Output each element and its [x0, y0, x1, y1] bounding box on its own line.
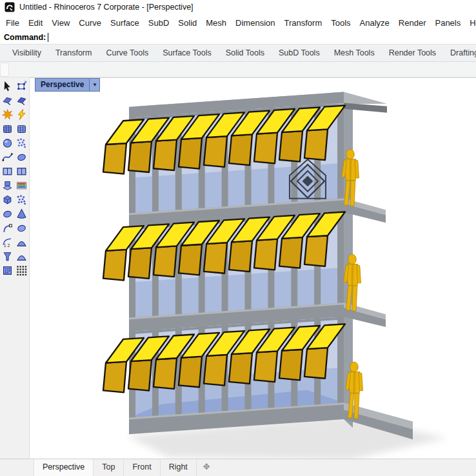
tool-cone-icon[interactable] [15, 208, 28, 220]
tool-heightfield-icon[interactable] [15, 250, 28, 263]
window-title: Untitled - Rhinoceros 7 Corporate - [Per… [19, 3, 193, 12]
tool-smash-icon[interactable] [15, 108, 28, 121]
title-bar: Untitled - Rhinoceros 7 Corporate - [Per… [0, 0, 476, 14]
menu-edit[interactable]: Edit [24, 16, 47, 30]
viewport-tab-perspective[interactable]: Perspective [34, 459, 94, 476]
menu-render[interactable]: Render [394, 16, 431, 30]
tool-lattice-icon[interactable] [15, 264, 28, 277]
tool-boolean-union-icon[interactable] [15, 193, 28, 206]
menu-dimension[interactable]: Dimension [231, 16, 279, 30]
toolbar-grip [0, 63, 9, 77]
viewport-title: Perspective [35, 79, 89, 91]
viewport-title-tab[interactable]: Perspective ▼ [35, 78, 100, 92]
tool-gumball-edit-icon[interactable] [15, 94, 28, 106]
tool-curve-boolean-icon[interactable] [1, 151, 14, 163]
tool-arc-2pt-icon[interactable]: 1 2 [1, 236, 14, 248]
3d-perspective-viewport[interactable] [30, 78, 476, 459]
tool-move-edit-icon[interactable] [1, 94, 14, 106]
menu-transform[interactable]: Transform [279, 16, 326, 30]
svg-text:1 2: 1 2 [3, 243, 10, 248]
menu-help[interactable]: Help [465, 16, 476, 30]
tool-patch-icon[interactable] [15, 151, 28, 163]
menu-solid[interactable]: Solid [174, 16, 201, 30]
viewport: Perspective ▼ [30, 77, 476, 459]
tool-rebuild-mesh-icon[interactable] [1, 123, 14, 135]
tool-material-editor-icon[interactable] [15, 179, 28, 192]
menu-curve[interactable]: Curve [74, 16, 106, 30]
main-toolbar-sidebar: 1 2 [0, 77, 30, 459]
menu-panels[interactable]: Panels [430, 16, 465, 30]
toolbar-tab-solid-tools[interactable]: Solid Tools [219, 46, 272, 60]
tool-loft-icon[interactable] [1, 208, 14, 220]
tool-surface-plane-icon[interactable] [1, 165, 14, 177]
tool-extrude-curve-icon[interactable] [1, 179, 14, 192]
menu-view[interactable]: View [47, 16, 74, 30]
toolbar-tab-transform[interactable]: Transform [48, 46, 99, 60]
tool-ellipsoid-icon[interactable] [15, 222, 28, 234]
menu-analyze[interactable]: Analyze [355, 16, 394, 30]
viewport-tab-front[interactable]: Front [124, 459, 160, 476]
toolbar-strip [0, 62, 476, 77]
toolbar-tab-surface-tools[interactable]: Surface Tools [155, 46, 219, 60]
toolbar-tab-row: VisibilityTransformCurve ToolsSurface To… [0, 45, 476, 62]
viewport-tabs-bar: PerspectiveTopFrontRight✥ [0, 459, 476, 476]
tool-explode-icon[interactable] [1, 108, 14, 121]
tool-solid-box-icon[interactable] [1, 193, 14, 206]
tool-texture-map-icon[interactable] [1, 264, 14, 277]
menu-mesh[interactable]: Mesh [201, 16, 231, 30]
toolbar-tab-render-tools[interactable]: Render Tools [382, 46, 443, 60]
tool-arc-icon[interactable] [15, 236, 28, 248]
viewport-tab-top[interactable]: Top [94, 459, 124, 476]
menu-tools[interactable]: Tools [326, 16, 355, 30]
command-input[interactable] [48, 31, 476, 44]
menu-subd[interactable]: SubD [144, 16, 174, 30]
rhino-app-icon [5, 2, 15, 12]
tool-control-points-on-icon[interactable] [15, 80, 28, 92]
menu-surface[interactable]: Surface [106, 16, 144, 30]
main-area: 1 2 Perspective ▼ [0, 77, 476, 459]
tool-select-arrow-icon[interactable] [1, 80, 14, 92]
toolbar-tab-subd-tools[interactable]: SubD Tools [272, 46, 327, 60]
toolbar-tab-visibility[interactable]: Visibility [5, 46, 48, 60]
toolbar-tab-mesh-tools[interactable]: Mesh Tools [327, 46, 382, 60]
tool-point-cloud-icon[interactable] [15, 137, 28, 149]
pan-viewport-tabs-icon[interactable]: ✥ [197, 459, 217, 476]
tool-drape-icon[interactable] [1, 250, 14, 263]
tool-mesh-from-surface-icon[interactable] [15, 123, 28, 135]
tool-curve-handle-icon[interactable] [1, 222, 14, 234]
menu-bar: FileEditViewCurveSurfaceSubDSolidMeshDim… [0, 14, 476, 31]
tool-sphere-icon[interactable] [1, 137, 14, 149]
tool-picture-frame-icon[interactable] [15, 165, 28, 177]
toolbar-tab-drafting[interactable]: Drafting [443, 46, 476, 60]
command-prompt: Command: [4, 33, 46, 42]
toolbar-tab-curve-tools[interactable]: Curve Tools [99, 46, 155, 60]
command-line: Command: [0, 31, 476, 45]
menu-file[interactable]: File [1, 16, 24, 30]
rhino-window: Untitled - Rhinoceros 7 Corporate - [Per… [0, 0, 476, 476]
viewport-menu-arrow-icon[interactable]: ▼ [89, 79, 99, 91]
viewport-tab-right[interactable]: Right [161, 459, 197, 476]
